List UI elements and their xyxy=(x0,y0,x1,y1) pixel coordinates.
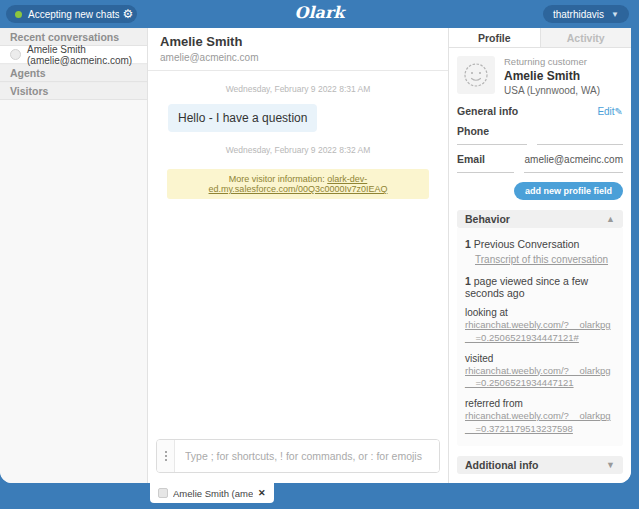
chevron-down-icon: ▼ xyxy=(611,10,619,19)
profile-field-phone: Phone xyxy=(449,123,631,145)
chat-status-toggle[interactable]: Accepting new chats xyxy=(6,5,136,23)
notice-text: More visitor information: xyxy=(229,174,328,184)
tab-activity-label: Activity xyxy=(567,32,605,44)
user-menu[interactable]: thatrhidavis ▼ xyxy=(543,5,629,23)
avatar xyxy=(158,488,168,498)
sidebar-item-agents[interactable]: Agents xyxy=(0,64,147,82)
pages-viewed-line: 1 page viewed since a few seconds ago xyxy=(465,275,615,299)
additional-info-section: Additional info ▼ xyxy=(457,456,623,474)
close-icon[interactable]: ✕ xyxy=(258,488,266,498)
tab-activity[interactable]: Activity xyxy=(540,28,632,47)
smiley-avatar-icon xyxy=(457,56,495,94)
visited-label: visited xyxy=(465,353,615,364)
sidebar-conversation-amelie[interactable]: Amelie Smith (amelie@acmeinc.com) xyxy=(0,46,147,64)
avatar xyxy=(10,49,21,60)
status-label: Accepting new chats xyxy=(28,9,120,20)
chat-input-box xyxy=(156,439,440,473)
customer-card: Returning customer Amelie Smith USA (Lyn… xyxy=(449,48,631,102)
chat-header: Amelie Smith amelie@acmeinc.com xyxy=(148,28,448,71)
general-info-header: General info Edit✎ xyxy=(449,102,631,117)
phone-label: Phone xyxy=(457,123,527,145)
visitor-name: Amelie Smith xyxy=(160,34,436,49)
previous-conversation-line: 1 Previous Conversation xyxy=(465,238,615,250)
chat-column: Amelie Smith amelie@acmeinc.com Wednesda… xyxy=(148,28,448,483)
behavior-section: Behavior ▲ 1 Previous Conversation Trans… xyxy=(457,210,623,446)
recent-conversations-label: Recent conversations xyxy=(10,31,119,43)
referred-from-label: referred from xyxy=(465,398,615,409)
visited-link[interactable]: rhicanchat.weebly.com/?__olarkpg__=0.250… xyxy=(465,365,615,391)
looking-at-label: looking at xyxy=(465,307,615,318)
sidebar: Recent conversations Amelie Smith (ameli… xyxy=(0,28,148,483)
gear-icon: ⚙ xyxy=(123,7,134,21)
visitor-email: amelie@acmeinc.com xyxy=(160,52,436,63)
customer-location: USA (Lynnwood, WA) xyxy=(504,85,600,96)
phone-value-field[interactable] xyxy=(537,123,623,145)
main-content-panel: Recent conversations Amelie Smith (ameli… xyxy=(0,28,631,483)
status-online-dot xyxy=(15,11,22,18)
general-info-label: General info xyxy=(457,105,518,117)
input-drag-handle[interactable] xyxy=(157,440,175,472)
email-value-field[interactable]: amelie@acmeinc.com xyxy=(524,151,623,173)
customer-type-label: Returning customer xyxy=(504,56,600,67)
additional-info-label: Additional info xyxy=(465,459,539,471)
referred-from-link[interactable]: rhicanchat.weebly.com/?__olarkpg__=0.372… xyxy=(465,410,615,436)
message-timestamp: Wednesday, February 9 2022 8:31 AM xyxy=(148,84,448,94)
profile-field-email: Email amelie@acmeinc.com xyxy=(449,151,631,173)
chat-tab-label: Amelie Smith (amelie@acm xyxy=(173,488,253,499)
message-input[interactable] xyxy=(175,440,439,472)
add-profile-field-button[interactable]: add new profile field xyxy=(514,182,623,200)
behavior-title: Behavior xyxy=(465,213,510,225)
email-label: Email xyxy=(457,151,514,173)
looking-at-link[interactable]: rhicanchat.weebly.com/?__olarkpg__=0.250… xyxy=(465,319,615,345)
behavior-body: 1 Previous Conversation Transcript of th… xyxy=(457,228,623,446)
behavior-section-header[interactable]: Behavior ▲ xyxy=(457,210,623,228)
agents-label: Agents xyxy=(10,67,46,79)
customer-name: Amelie Smith xyxy=(504,69,600,83)
conversation-label: Amelie Smith (amelie@acmeinc.com) xyxy=(27,44,137,66)
edit-pencil-icon: ✎ xyxy=(615,106,623,117)
profile-tabs: Profile Activity xyxy=(449,28,631,48)
olark-logo: Olark xyxy=(295,3,345,22)
visitor-profile-panel: Profile Activity Returning customer Amel… xyxy=(448,28,631,483)
username-label: thatrhidavis xyxy=(553,9,604,20)
chevron-down-icon: ▼ xyxy=(606,460,615,470)
customer-info: Returning customer Amelie Smith USA (Lyn… xyxy=(504,56,600,96)
chevron-up-icon: ▲ xyxy=(606,214,615,224)
visitor-message-bubble: Hello - I have a question xyxy=(168,104,317,132)
visitors-label: Visitors xyxy=(10,85,48,97)
open-chat-tab[interactable]: Amelie Smith (amelie@acm ✕ xyxy=(150,483,274,503)
tab-profile-label: Profile xyxy=(478,32,511,44)
sidebar-item-visitors[interactable]: Visitors xyxy=(0,82,147,100)
tab-profile[interactable]: Profile xyxy=(449,28,540,47)
system-notice: More visitor information: olark-dev-ed.m… xyxy=(167,169,429,199)
transcript-link[interactable]: Transcript of this conversation xyxy=(475,254,615,265)
message-timestamp: Wednesday, February 9 2022 8:32 AM xyxy=(148,145,448,155)
edit-link[interactable]: Edit✎ xyxy=(597,106,623,117)
top-bar: Accepting new chats ⚙ Olark thatrhidavis… xyxy=(0,0,639,28)
additional-info-header[interactable]: Additional info ▼ xyxy=(457,456,623,474)
settings-gear-button[interactable]: ⚙ xyxy=(119,5,137,23)
